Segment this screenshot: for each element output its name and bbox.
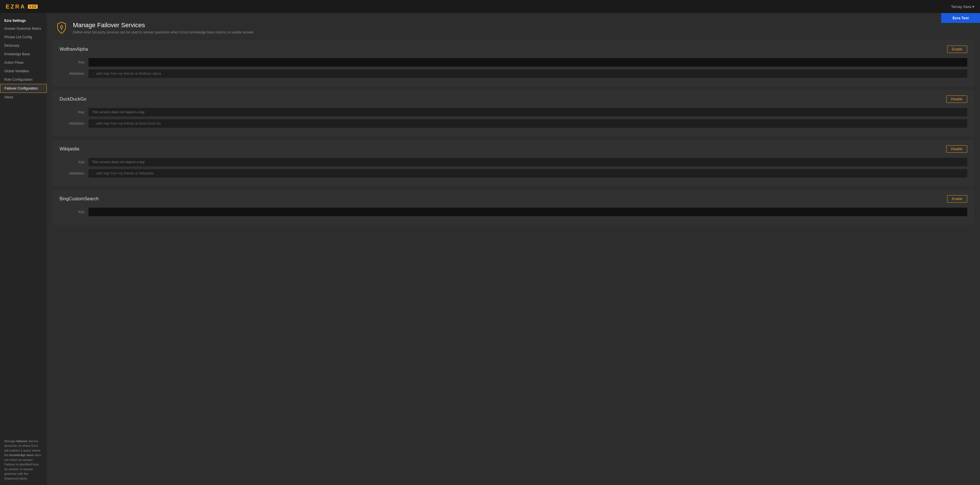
key-input-wolfram-alpha[interactable] [89,58,967,67]
attribution-row-wolfram-alpha: Attribution: [60,70,967,78]
top-bar: EZRA v 1.5 Tarnay Sass ▾ [0,0,980,13]
service-toggle-duckduckgo[interactable]: Disable [946,95,967,103]
page-icon [55,22,68,34]
sidebar-item-global-variables[interactable]: Global Variables [0,67,47,75]
service-header-bing-custom-search: BingCustomSearch Enable [60,195,967,203]
attribution-label-wikipedia: Attribution: [60,171,85,175]
sidebar-item-knowledge-base[interactable]: Knowledge Base [0,50,47,59]
key-label-wikipedia: Key: [60,160,85,164]
key-row-bing-custom-search: Key: [60,208,967,216]
user-menu[interactable]: Tarnay Sass ▾ [951,5,974,9]
sidebar-item-answer-grammar-matrix[interactable]: Answer Grammar Matrix [0,24,47,33]
ezra-test-button[interactable]: Ezra Test [941,13,980,23]
sidebar-item-role-configuration[interactable]: Role Configuration [0,75,47,84]
sidebar-item-dictionary[interactable]: Dictionary [0,41,47,50]
version-badge: v 1.5 [28,5,37,9]
service-name-wikipedia: Wikipedia [60,146,79,152]
service-card-bing-custom-search: BingCustomSearch Enable Key: [52,190,974,225]
main-layout: Ezra Settings Answer Grammar MatrixPhras… [0,13,980,485]
attribution-input-duckduckgo[interactable] [89,119,967,128]
sidebar-description: Manage failover service accounts, to whe… [0,434,47,485]
service-name-wolfram-alpha: WolframAlpha [60,47,88,52]
key-input-bing-custom-search[interactable] [89,208,967,216]
key-row-wolfram-alpha: Key: [60,58,967,67]
key-row-duckduckgo: Key: [60,108,967,116]
key-label-bing-custom-search: Key: [60,210,85,214]
sidebar-item-about[interactable]: About [0,93,47,101]
page-header-text: Manage Failover Services Define what 3rd… [73,22,255,34]
service-toggle-bing-custom-search[interactable]: Enable [947,195,967,203]
app-name: EZRA [6,3,25,10]
key-input-wikipedia[interactable] [89,158,967,166]
logo: EZRA v 1.5 [6,3,38,10]
service-card-wolfram-alpha: WolframAlpha Enable Key: Attribution: [52,40,974,86]
service-name-bing-custom-search: BingCustomSearch [60,197,99,201]
key-row-wikipedia: Key: [60,158,967,166]
service-header-wikipedia: Wikipedia Disable [60,145,967,153]
sidebar: Ezra Settings Answer Grammar MatrixPhras… [0,13,47,485]
service-toggle-wolfram-alpha[interactable]: Enable [947,46,967,53]
page-title: Manage Failover Services [73,22,255,29]
attribution-input-wikipedia[interactable] [89,169,967,178]
service-card-wikipedia: Wikipedia Disable Key: Attribution: [52,139,974,186]
sidebar-section-label: Ezra Settings [0,16,47,24]
attribution-label-duckduckgo: Attribution: [60,122,85,125]
page-subtitle: Define what 3rd-party services can be us… [73,30,255,34]
service-header-wolfram-alpha: WolframAlpha Enable [60,46,967,53]
key-label-wolfram-alpha: Key: [60,60,85,64]
attribution-row-wikipedia: Attribution: [60,169,967,178]
sidebar-item-phrase-list-config[interactable]: Phrase List Config [0,33,47,41]
attribution-input-wolfram-alpha[interactable] [89,70,967,78]
page-header: Manage Failover Services Define what 3rd… [47,13,980,40]
svg-point-0 [60,26,63,28]
attribution-row-duckduckgo: Attribution: [60,119,967,128]
service-card-duckduckgo: DuckDuckGo Disable Key: Attribution: [52,90,974,136]
sidebar-item-action-flows[interactable]: Action Flows [0,59,47,67]
sidebar-item-failover-configuration[interactable]: Failover Configuration [0,84,47,93]
service-toggle-wikipedia[interactable]: Disable [946,145,967,153]
service-name-duckduckgo: DuckDuckGo [60,97,86,102]
key-input-duckduckgo[interactable] [89,108,967,116]
attribution-label-wolfram-alpha: Attribution: [60,72,85,76]
content-area: Ezra Test Manage Failover Services Defin… [47,13,980,485]
key-label-duckduckgo: Key: [60,110,85,114]
service-header-duckduckgo: DuckDuckGo Disable [60,95,967,103]
